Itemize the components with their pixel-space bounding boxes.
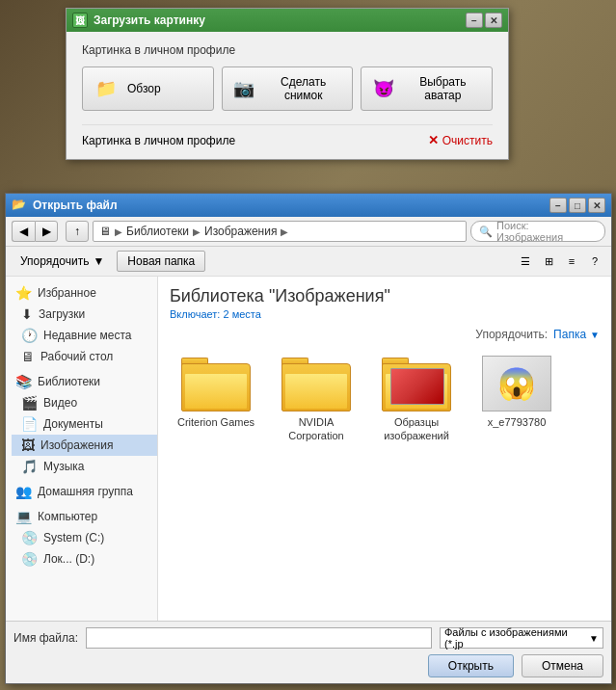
search-placeholder: Поиск: Изображения bbox=[496, 220, 597, 243]
view-details-button[interactable]: ≡ bbox=[561, 252, 582, 271]
homegroup-icon: 👥 bbox=[15, 484, 32, 499]
forward-button[interactable]: ▶ bbox=[35, 221, 58, 242]
folder-samples-icon bbox=[382, 356, 451, 411]
meme-label: x_e7793780 bbox=[488, 415, 547, 429]
avatar-button[interactable]: 😈 Выбрать аватар bbox=[361, 66, 493, 111]
action-row: Открыть Отмена bbox=[13, 654, 603, 677]
upload-content: Картинка в личном профиле 📁 Обзор 📷 Сдел… bbox=[67, 32, 508, 159]
libraries-icon: 📚 bbox=[15, 374, 32, 389]
file-item-nvidia[interactable]: NVIDIA Corporation bbox=[270, 349, 362, 450]
file-minimize-button[interactable]: − bbox=[549, 198, 567, 213]
clear-label: Очистить bbox=[442, 134, 493, 147]
file-title-bar: 📂 Открыть файл − □ ✕ bbox=[6, 194, 611, 217]
recent-icon: 🕐 bbox=[21, 328, 38, 343]
arrange-caret-icon: ▼ bbox=[590, 330, 600, 340]
upload-close-button[interactable]: ✕ bbox=[485, 13, 502, 28]
file-open-dialog: 📂 Открыть файл − □ ✕ ◀ ▶ ↑ 🖥 ▶ Библиотек… bbox=[5, 193, 612, 684]
action-toolbar: Упорядочить ▼ Новая папка ☰ ⊞ ≡ ? bbox=[6, 247, 611, 277]
up-button[interactable]: ↑ bbox=[66, 221, 89, 242]
libraries-label: Библиотеки bbox=[38, 375, 100, 388]
subtitle-places[interactable]: 2 места bbox=[223, 308, 260, 320]
file-item-criterion[interactable]: Criterion Games bbox=[170, 349, 262, 450]
sidebar-item-system-c[interactable]: 💿 System (C:) bbox=[12, 527, 157, 548]
criterion-label: Criterion Games bbox=[177, 415, 254, 429]
breadcrumb-sep2: ▶ bbox=[193, 226, 201, 237]
main-area: ⭐ Избранное ⬇ Загрузки 🕐 Недавние места … bbox=[6, 277, 611, 621]
sidebar-item-local-d[interactable]: 💿 Лок... (D:) bbox=[12, 548, 157, 570]
snapshot-button[interactable]: 📷 Сделать снимок bbox=[222, 66, 354, 111]
browse-button[interactable]: 📁 Обзор bbox=[82, 66, 214, 111]
arrange-dropdown[interactable]: Папка ▼ bbox=[553, 328, 600, 341]
folder-icon: 📁 bbox=[93, 75, 120, 102]
desktop-label: Рабочий стол bbox=[40, 350, 113, 363]
sidebar-item-documents[interactable]: 📄 Документы bbox=[12, 413, 157, 435]
sidebar-item-music[interactable]: 🎵 Музыка bbox=[12, 456, 157, 477]
documents-icon: 📄 bbox=[21, 416, 38, 432]
upload-dialog: 🖼 Загрузить картинку − ✕ Картинка в личн… bbox=[66, 8, 509, 160]
search-bar[interactable]: 🔍 Поиск: Изображения bbox=[470, 221, 605, 242]
help-button[interactable]: ? bbox=[584, 252, 605, 271]
sidebar-item-computer[interactable]: 💻 Компьютер bbox=[6, 506, 157, 527]
file-item-samples[interactable]: Образцы изображений bbox=[370, 349, 463, 450]
upload-title-bar: 🖼 Загрузить картинку − ✕ bbox=[67, 9, 508, 32]
sidebar-item-recent[interactable]: 🕐 Недавние места bbox=[12, 325, 157, 346]
file-close-button[interactable]: ✕ bbox=[588, 198, 605, 213]
folder-nvidia-body bbox=[281, 363, 351, 411]
meme-thumbnail: 😱 bbox=[482, 356, 551, 411]
file-maximize-button[interactable]: □ bbox=[569, 198, 586, 213]
open-button[interactable]: Открыть bbox=[428, 654, 514, 677]
filename-input[interactable] bbox=[86, 627, 432, 649]
libraries-section: 📚 Библиотеки 🎬 Видео 📄 Документы 🖼 Изобр… bbox=[6, 371, 157, 477]
arrange-value: Папка bbox=[553, 328, 586, 341]
new-folder-button[interactable]: Новая папка bbox=[117, 251, 205, 272]
file-dialog-icon: 📂 bbox=[12, 198, 27, 213]
sidebar-item-downloads[interactable]: ⬇ Загрузки bbox=[12, 304, 157, 325]
folder-nvidia-icon bbox=[281, 356, 351, 411]
favorites-sub: ⬇ Загрузки 🕐 Недавние места 🖥 Рабочий ст… bbox=[6, 304, 157, 367]
arrange-button[interactable]: Упорядочить ▼ bbox=[12, 251, 113, 272]
documents-label: Документы bbox=[43, 417, 103, 431]
images-label: Изображения bbox=[40, 438, 113, 452]
upload-buttons: 📁 Обзор 📷 Сделать снимок 😈 Выбрать авата… bbox=[82, 66, 493, 111]
clear-link[interactable]: ✕ Очистить bbox=[428, 133, 493, 147]
open-label: Открыть bbox=[448, 659, 494, 673]
search-icon: 🔍 bbox=[479, 226, 493, 238]
nav-buttons: ◀ ▶ bbox=[12, 221, 58, 242]
sidebar-item-favorites[interactable]: ⭐ Избранное bbox=[6, 282, 157, 304]
arrange-arrow: ▼ bbox=[93, 254, 104, 268]
upload-section-label: Картинка в личном профиле bbox=[82, 43, 493, 57]
breadcrumb[interactable]: 🖥 ▶ Библиотеки ▶ Изображения ▶ bbox=[93, 221, 467, 242]
folder-criterion-icon bbox=[181, 356, 251, 411]
upload-title-icon: 🖼 bbox=[72, 13, 88, 28]
sidebar-item-desktop[interactable]: 🖥 Рабочий стол bbox=[12, 346, 157, 367]
sidebar-item-video[interactable]: 🎬 Видео bbox=[12, 392, 157, 413]
cancel-button[interactable]: Отмена bbox=[522, 654, 603, 677]
folder-inner bbox=[185, 374, 247, 409]
sidebar-item-libraries[interactable]: 📚 Библиотеки bbox=[6, 371, 157, 392]
computer-icon: 💻 bbox=[15, 509, 32, 524]
avatar-icon: 😈 bbox=[371, 75, 395, 102]
filetype-arrow-icon: ▼ bbox=[589, 633, 599, 644]
filetype-dropdown[interactable]: Файлы с изображениями (*.jp ▼ bbox=[440, 627, 603, 649]
upload-footer-label: Картинка в личном профиле bbox=[82, 134, 235, 147]
downloads-label: Загрузки bbox=[39, 307, 85, 321]
sidebar-item-homegroup[interactable]: 👥 Домашняя группа bbox=[6, 481, 157, 502]
view-list-button[interactable]: ☰ bbox=[515, 252, 536, 271]
samples-img bbox=[391, 369, 443, 404]
upload-title-left: 🖼 Загрузить картинку bbox=[72, 13, 205, 28]
new-folder-label: Новая папка bbox=[127, 254, 195, 268]
sidebar-item-images[interactable]: 🖼 Изображения bbox=[12, 435, 157, 456]
filename-label: Имя файла: bbox=[13, 631, 78, 645]
filetype-label: Файлы с изображениями (*.jp bbox=[444, 626, 589, 650]
back-button[interactable]: ◀ bbox=[12, 221, 35, 242]
breadcrumb-computer: 🖥 bbox=[99, 225, 111, 238]
favorites-label: Избранное bbox=[38, 286, 96, 300]
view-grid-button[interactable]: ⊞ bbox=[538, 252, 559, 271]
file-item-meme[interactable]: 😱 x_e7793780 bbox=[470, 349, 563, 450]
upload-minimize-button[interactable]: − bbox=[466, 13, 483, 28]
cancel-label: Отмена bbox=[542, 659, 583, 673]
action-left: Упорядочить ▼ Новая папка bbox=[12, 251, 205, 272]
star-icon: ⭐ bbox=[15, 285, 32, 301]
bottom-bar: Имя файла: Файлы с изображениями (*.jp ▼… bbox=[6, 621, 611, 683]
browse-label: Обзор bbox=[127, 82, 161, 95]
